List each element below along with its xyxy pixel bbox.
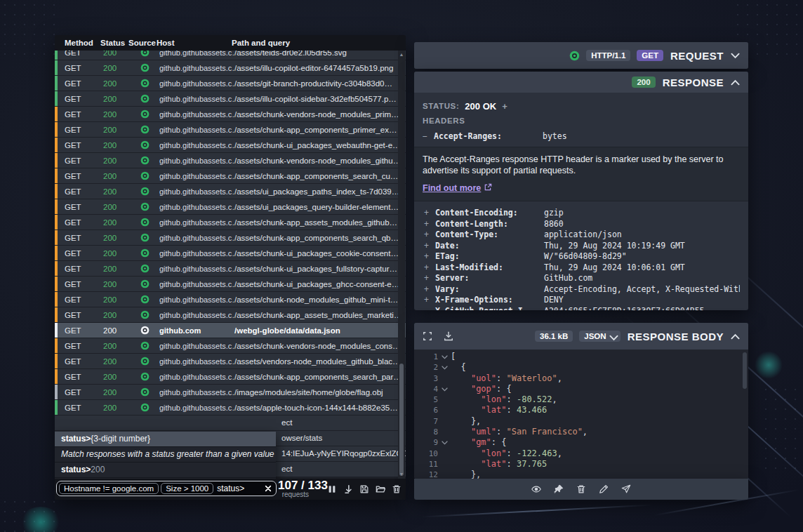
chevron-up-icon[interactable] (731, 332, 740, 341)
suggestion-item[interactable]: status>200 (55, 463, 276, 478)
code-line: 5 "lon": -80.522, (414, 394, 748, 405)
scrollbar-thumb[interactable] (399, 364, 404, 476)
request-host: github.githubassets.c… (159, 126, 234, 134)
chevron-up-icon[interactable] (731, 78, 740, 87)
request-row[interactable]: GET200github.githubassets.c…/assets/ui_p… (55, 199, 406, 214)
suggestion-item[interactable]: status>{3-digit number} (55, 432, 276, 447)
filter-box[interactable]: Hostname != google.comSize > 1000 (56, 481, 277, 496)
request-card-header[interactable]: HTTP/1.1 GET REQUEST (414, 42, 748, 69)
header-name: Content-Encoding: (435, 208, 530, 219)
request-host: github.githubassets.c… (159, 172, 234, 180)
request-row[interactable]: GET200github.githubassets.c…/assets/chun… (55, 122, 406, 137)
header-row[interactable]: +Content-Type:application/json (424, 230, 740, 241)
header-row[interactable]: +Server:GitHub.com (424, 273, 740, 284)
pin-icon[interactable] (554, 484, 564, 494)
header-row[interactable]: +Content-Encoding:gzip (424, 208, 740, 219)
filter-chip[interactable]: Size > 1000 (161, 483, 213, 494)
request-row[interactable]: GET200github.githubassets.c…/assets/chun… (55, 138, 406, 152)
chrome-icon (140, 295, 150, 304)
scroll-down-arrow-icon[interactable]: ▼ (399, 472, 404, 477)
response-body-header[interactable]: 36.1 kB JSON RESPONSE BODY (414, 323, 748, 350)
fold-spacer (438, 448, 451, 459)
editor-scrollbar-thumb[interactable] (743, 352, 747, 389)
eye-icon[interactable] (531, 484, 541, 494)
table-scrollbar[interactable]: ▲ ▼ (398, 51, 405, 479)
request-row[interactable]: GET200github.githubassets.c…/assets/chun… (55, 261, 406, 276)
expand-header-icon[interactable]: + (424, 230, 435, 241)
request-row[interactable]: GET200github.githubassets.c…/assets/chun… (55, 107, 406, 121)
request-row[interactable]: GET200github.githubassets.c…/assets/git-… (55, 76, 406, 91)
header-row-expanded[interactable]: − Accept-Ranges: bytes (423, 131, 740, 142)
response-card-header[interactable]: 200 RESPONSE (414, 72, 748, 93)
request-count: 107 / 133 (278, 479, 309, 491)
request-row[interactable]: GET200github.githubassets.c…/assets/vend… (55, 354, 406, 368)
request-row[interactable]: GET200github.githubassets.c…/assets/illu… (55, 91, 406, 106)
request-row[interactable]: GET200github.githubassets.c…/assets/chun… (55, 230, 406, 245)
scroll-up-arrow-icon[interactable]: ▲ (399, 52, 404, 58)
edit-icon[interactable] (599, 484, 609, 494)
header-row[interactable]: +Content-Length:8860 (424, 219, 740, 230)
header-row[interactable]: +ETag:W/"66d04809-8d29" (424, 251, 740, 262)
request-row[interactable]: GET200github.githubassets.c…/assets/chun… (55, 246, 406, 260)
open-folder-icon[interactable] (376, 484, 385, 494)
request-method: GET (58, 311, 103, 319)
chevron-down-icon[interactable] (731, 51, 740, 60)
request-row[interactable]: GET200github.githubassets.c…/assets/appl… (55, 400, 406, 415)
fold-toggle-icon[interactable] (438, 362, 451, 373)
expand-header-icon[interactable]: + (424, 284, 435, 295)
request-row[interactable]: GET200github.githubassets.c…/assets/chun… (55, 153, 406, 168)
fold-toggle-icon[interactable] (438, 437, 451, 448)
expand-header-icon[interactable]: + (424, 219, 435, 230)
request-row[interactable]: GET200github.githubassets.c…/assets/chun… (55, 292, 406, 307)
request-source (131, 233, 159, 242)
request-source (131, 279, 159, 288)
filter-input[interactable] (215, 484, 262, 493)
json-editor[interactable]: 1[2 {3 "uol": "Waterloo",4 "gop": {5 "lo… (414, 350, 748, 479)
send-icon[interactable] (621, 484, 631, 494)
request-row[interactable]: GET200github.githubassets.c…/assets/chun… (55, 277, 406, 291)
request-row[interactable]: GET200github.githubassets.c…/assets/teid… (55, 51, 406, 60)
expand-header-icon[interactable]: + (424, 208, 435, 219)
delete-icon[interactable] (392, 484, 401, 494)
header-row[interactable]: +Vary:Accept-Encoding, Accept, X-Request… (424, 284, 740, 295)
request-row[interactable]: GET200github.githubassets.c…/assets/ui_p… (55, 184, 406, 199)
request-row[interactable]: GET200github.githubassets.c…/assets/chun… (55, 369, 406, 384)
request-source (131, 218, 159, 227)
expand-icon[interactable] (423, 331, 432, 341)
expand-header-icon[interactable]: + (424, 251, 435, 262)
expand-header-icon[interactable] (424, 306, 435, 310)
jump-to-end-icon[interactable] (343, 484, 353, 494)
expand-header-icon[interactable]: + (424, 273, 435, 284)
request-row[interactable]: GET200github.githubassets.c…/images/modu… (55, 385, 406, 399)
table-header: MethodStatusSourceHostPath and query (55, 35, 406, 51)
request-row[interactable]: GET200github.githubassets.c…/assets/illu… (55, 60, 406, 75)
collapse-header-icon[interactable]: − (423, 131, 434, 142)
save-icon[interactable] (359, 484, 369, 494)
clear-filters-icon[interactable] (262, 482, 274, 495)
delete-icon[interactable] (576, 484, 586, 494)
request-row[interactable]: GET200github.githubassets.c…/assets/chun… (55, 338, 406, 353)
header-row[interactable]: +Last-Modified:Thu, 29 Aug 2024 10:06:01… (424, 262, 740, 274)
header-row[interactable]: +X-Frame-Options:DENY (424, 295, 740, 306)
request-row[interactable]: ect (55, 415, 406, 430)
fold-toggle-icon[interactable] (438, 352, 451, 362)
request-row[interactable]: GET200github.com/webgl-globe/data/data.j… (55, 323, 406, 338)
pause-icon[interactable] (327, 484, 337, 494)
expand-header-icon[interactable]: + (424, 241, 435, 252)
header-row[interactable]: X-GitHub-Request-Id:A204:6865:FC7E8D:163… (424, 306, 740, 310)
expand-header-icon[interactable]: + (424, 262, 435, 274)
request-row[interactable]: GET200github.githubassets.c…/assets/chun… (55, 215, 406, 230)
header-row[interactable]: +Date:Thu, 29 Aug 2024 10:19:49 GMT (424, 241, 740, 252)
add-annotation-button[interactable]: + (502, 101, 507, 112)
fold-toggle-icon[interactable] (438, 384, 451, 394)
expand-header-icon[interactable]: + (424, 295, 435, 306)
request-row[interactable]: GET200github.githubassets.c…/assets/chun… (55, 168, 406, 183)
filter-chip[interactable]: Hostname != google.com (59, 483, 159, 494)
find-out-more-link[interactable]: Find out more (423, 183, 492, 193)
suggestion-item[interactable]: status>204 (55, 478, 276, 479)
format-select[interactable]: JSON (579, 331, 620, 342)
request-source (131, 341, 159, 350)
line-number: 10 (414, 448, 438, 459)
download-icon[interactable] (444, 331, 453, 341)
request-row[interactable]: GET200github.githubassets.c…/assets/chun… (55, 307, 406, 322)
